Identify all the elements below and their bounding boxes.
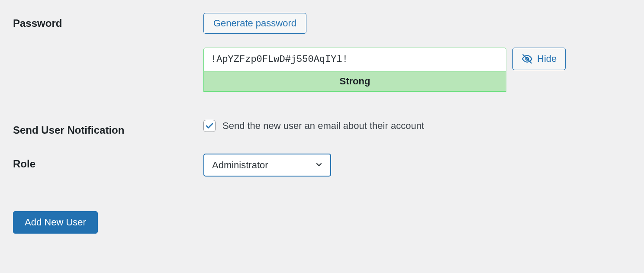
password-input[interactable] [204,48,506,71]
notification-field-wrap: Send the new user an email about their a… [203,120,631,132]
notification-row: Send User Notification Send the new user… [13,120,631,136]
password-row: Password Generate password Strong [13,13,631,92]
check-icon [205,122,214,130]
role-select-wrap: Administrator [203,154,331,177]
add-user-form: Password Generate password Strong [13,13,631,234]
password-field-wrap: Generate password Strong [203,13,631,92]
password-box-column: Strong [203,48,506,92]
notification-checkbox-label: Send the new user an email about their a… [222,120,424,132]
send-notification-checkbox[interactable] [203,120,216,132]
add-new-user-button[interactable]: Add New User [13,211,98,234]
password-strength-meter: Strong [203,71,506,92]
eye-slash-icon [522,53,533,64]
password-box-wrap [203,48,506,71]
role-row: Role Administrator [13,154,631,177]
password-label: Password [13,13,203,29]
hide-password-button[interactable]: Hide [512,48,566,70]
hide-button-label: Hide [537,53,557,64]
notification-label: Send User Notification [13,120,203,136]
role-field-wrap: Administrator [203,154,631,177]
role-select[interactable]: Administrator [203,154,331,177]
notification-checkbox-row: Send the new user an email about their a… [203,120,631,132]
role-label: Role [13,154,203,170]
password-box-row: Strong Hide [203,48,631,92]
generate-password-button[interactable]: Generate password [203,13,306,34]
